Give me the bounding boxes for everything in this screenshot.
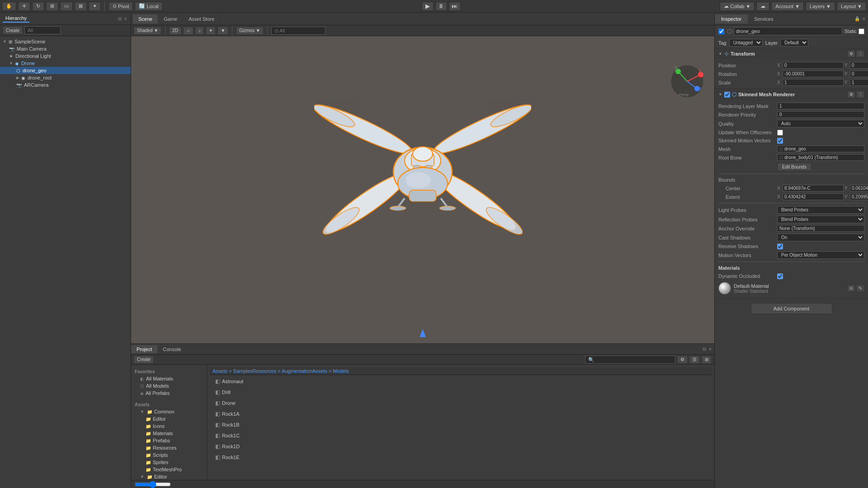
bounds-cx-input[interactable] [783, 185, 844, 192]
project-menu-btn[interactable]: ≡ [708, 347, 712, 352]
custom-tool-btn[interactable]: ✦ [89, 2, 101, 11]
skinned-motion-vectors-checkbox[interactable] [777, 138, 783, 144]
gizmos-btn[interactable]: Gizmos ▼ [236, 27, 264, 35]
inspector-menu-btn[interactable]: ≡ [862, 16, 866, 21]
cast-shadows-select[interactable]: On [777, 234, 864, 241]
skinned-mesh-header[interactable]: ▼ ⬡ Skinned Mesh Renderer ⚙ ⋮ [715, 89, 868, 100]
layer-select[interactable]: Default [780, 39, 808, 47]
anchor-override-ref[interactable]: None (Transform) [777, 225, 864, 232]
tree-item-arcamera[interactable]: 📷 ARCamera [0, 81, 131, 89]
tag-select[interactable]: Untagged [729, 39, 763, 47]
assets-editor-root-folder[interactable]: ▼ 📁 Editor [131, 473, 207, 480]
object-active-checkbox[interactable] [718, 28, 724, 34]
project-tab[interactable]: Project [131, 345, 157, 353]
fav-all-materials[interactable]: ◐ All Materials [131, 375, 207, 382]
shading-mode-btn[interactable]: Shaded ▼ [134, 27, 161, 35]
cloud-btn[interactable]: ☁ [756, 2, 769, 11]
asset-rock1a[interactable]: ◧ Rock1A [212, 409, 710, 418]
account-btn[interactable]: Account ▼ [771, 2, 804, 11]
inspector-lock-btn[interactable]: 🔒 [854, 16, 861, 21]
hand-tool-btn[interactable]: ✋ [2, 2, 16, 11]
assets-materials-folder[interactable]: 📁 Materials [131, 430, 207, 437]
light-probes-select[interactable]: Blend Probes [777, 206, 864, 214]
services-tab[interactable]: Services [748, 14, 779, 23]
fav-all-models[interactable]: ⬡ All Models [131, 382, 207, 389]
project-search-input[interactable] [585, 356, 675, 364]
asset-drone[interactable]: ◧ Drone [212, 399, 710, 408]
add-component-btn[interactable]: Add Component [751, 303, 832, 314]
project-collapse-btn[interactable]: ⊟ [702, 347, 707, 352]
material-edit-btn[interactable]: ✎ [856, 285, 864, 292]
console-tab[interactable]: Console [157, 345, 186, 353]
scene-dropdown-btn[interactable]: ▼ [217, 27, 228, 35]
transform-tool-btn[interactable]: ⊠ [75, 2, 87, 11]
collab-btn[interactable]: ☁ Collab ▼ [720, 2, 755, 11]
assets-prefabs-folder[interactable]: 📁 Prefabs [131, 437, 207, 444]
update-offscreen-checkbox[interactable] [777, 130, 783, 136]
assets-editor-folder[interactable]: 📁 Editor [131, 415, 207, 422]
breadcrumb-samples[interactable]: SamplesResources [233, 368, 276, 374]
scene-search-input[interactable] [271, 27, 326, 35]
position-x-input[interactable] [783, 62, 844, 69]
search-filter-btn[interactable]: ⚙ [677, 356, 688, 364]
tree-item-samplescene[interactable]: ▼ ⊞ SampleScene [0, 38, 131, 45]
skinned-mesh-settings-btn[interactable]: ⚙ [847, 91, 855, 98]
rotation-y-input[interactable] [850, 70, 868, 77]
renderer-priority-input[interactable] [777, 111, 864, 118]
size-slider-btn[interactable]: ⊞ [702, 356, 712, 364]
receive-shadows-checkbox[interactable] [777, 244, 783, 249]
asset-rock1d[interactable]: ◧ Rock1D [212, 442, 710, 451]
fx-btn[interactable]: ✦ [206, 27, 216, 35]
rotation-x-input[interactable] [783, 70, 844, 77]
quality-select[interactable]: Auto [777, 120, 864, 127]
bounds-cy-input[interactable] [850, 185, 868, 192]
edit-bounds-btn[interactable]: Edit Bounds [777, 163, 811, 171]
game-tab[interactable]: Game [158, 14, 183, 23]
assets-textmeshpro-folder[interactable]: 📁 TextMeshPro [131, 466, 207, 473]
skinned-mesh-menu-btn[interactable]: ⋮ [856, 91, 864, 98]
move-tool-btn[interactable]: ✛ [18, 2, 30, 11]
rect-tool-btn[interactable]: ▭ [60, 2, 73, 11]
scene-view[interactable]: X Y Z Persp [131, 36, 714, 343]
scale-tool-btn[interactable]: ⊞ [46, 2, 58, 11]
material-item-default[interactable]: Default-Material Shader Standard ⊙ ✎ [715, 280, 868, 296]
layout-btn[interactable]: Layout ▼ [837, 2, 866, 11]
reflection-probes-select[interactable]: Blend Probes [777, 216, 864, 223]
assets-icons-folder[interactable]: 📁 Icons [131, 422, 207, 430]
assets-common-folder[interactable]: ▼ 📁 Common [131, 408, 207, 415]
scale-x-input[interactable] [783, 79, 844, 86]
fav-all-prefabs[interactable]: ◈ All Prefabs [131, 389, 207, 397]
breadcrumb-augmentation[interactable]: AugmentationAssets [282, 368, 327, 374]
layers-btn[interactable]: Layers ▼ [806, 2, 835, 11]
hierarchy-create-btn[interactable]: Create [3, 26, 23, 34]
skinned-mesh-enable-checkbox[interactable] [724, 92, 730, 98]
tree-item-main-camera[interactable]: 📷 Main Camera [0, 45, 131, 52]
hierarchy-menu-btn[interactable]: ≡ [123, 16, 128, 21]
assets-resources-folder[interactable]: 📁 Resources [131, 444, 207, 451]
inspector-tab[interactable]: Inspector [715, 14, 748, 23]
transform-settings-btn[interactable]: ⚙ [847, 50, 855, 57]
tree-item-drone[interactable]: ▼ ◉ Drone [0, 60, 131, 67]
root-bone-ref[interactable]: ⬡ drone_body01 (Transform) [777, 154, 864, 161]
bounds-ey-input[interactable] [850, 193, 868, 200]
motion-vectors-select[interactable]: Per Object Motion [777, 251, 864, 259]
rendering-layer-mask-input[interactable] [777, 103, 864, 109]
zoom-slider[interactable] [135, 481, 171, 488]
pause-button[interactable]: ⏸ [435, 2, 447, 11]
position-y-input[interactable] [850, 62, 868, 69]
lighting-btn[interactable]: ☼ [183, 27, 193, 35]
asset-rock1b[interactable]: ◧ Rock1B [212, 420, 710, 429]
asset-rock1c[interactable]: ◧ Rock1C [212, 431, 710, 440]
project-create-btn[interactable]: Create [134, 356, 154, 364]
mesh-ref[interactable]: ⬡ drone_geo [777, 145, 864, 152]
tree-item-drone-geo[interactable]: ⬡ drone_geo [0, 67, 131, 74]
assets-scripts-folder[interactable]: 📁 Scripts [131, 451, 207, 459]
scale-y-input[interactable] [850, 79, 868, 86]
asset-drill[interactable]: ◧ Drill [212, 388, 710, 397]
rotate-tool-btn[interactable]: ↻ [32, 2, 44, 11]
object-name-input[interactable] [734, 27, 842, 35]
asset-store-tab[interactable]: Asset Store [183, 14, 220, 23]
navigation-gizmo[interactable]: X Y Z Persp [669, 63, 705, 99]
assets-sprites-folder[interactable]: 📁 Sprites [131, 459, 207, 466]
transform-header[interactable]: ▼ ⊹ Transform ⚙ ⋮ [715, 48, 868, 59]
